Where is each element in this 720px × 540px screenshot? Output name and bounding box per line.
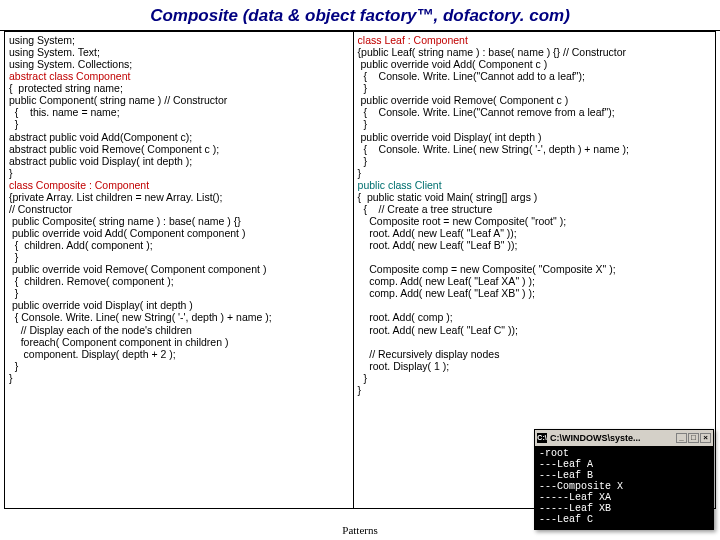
code-line: public class Client [358, 179, 711, 191]
code-line: } [9, 360, 349, 372]
console-line: ---Composite X [539, 481, 709, 492]
code-line [358, 251, 711, 263]
code-line: abstract public void Add(Component c); [9, 131, 349, 143]
maximize-button[interactable]: □ [688, 433, 699, 443]
code-line: { public static void Main( string[] args… [358, 191, 711, 203]
code-line: } [358, 155, 711, 167]
code-line: { Console. Write. Line( new String( '-',… [358, 143, 711, 155]
code-line: public Component( string name ) // Const… [9, 94, 349, 106]
code-line: Composite comp = new Composite( "Composi… [358, 263, 711, 275]
code-line: {public Leaf( string name ) : base( name… [358, 46, 711, 58]
code-line: public override void Add( Component c ) [358, 58, 711, 70]
console-titlebar[interactable]: C:\ C:\WINDOWS\syste... _ □ × [535, 430, 713, 446]
code-line: { children. Remove( component ); [9, 275, 349, 287]
code-line: {private Array. List children = new Arra… [9, 191, 349, 203]
code-line: // Display each of the node's children [9, 324, 349, 336]
cmd-icon: C:\ [537, 433, 547, 443]
console-line: -----Leaf XA [539, 492, 709, 503]
code-line [358, 299, 711, 311]
code-line: // Constructor [9, 203, 349, 215]
code-line: { protected string name; [9, 82, 349, 94]
code-line: using System; [9, 34, 349, 46]
code-line: } [9, 167, 349, 179]
code-line: Composite root = new Composite( "root" )… [358, 215, 711, 227]
code-line: } [9, 372, 349, 384]
code-line: using System. Collections; [9, 58, 349, 70]
code-line: root. Add( new Leaf( "Leaf C" )); [358, 324, 711, 336]
minimize-button[interactable]: _ [676, 433, 687, 443]
console-line: -root [539, 448, 709, 459]
code-line [358, 336, 711, 348]
code-line: public Composite( string name ) : base( … [9, 215, 349, 227]
code-line: { Console. Write. Line("Cannot add to a … [358, 70, 711, 82]
code-line: abstract class Component [9, 70, 349, 82]
code-line: abstract public void Display( int depth … [9, 155, 349, 167]
code-line: } [358, 167, 711, 179]
code-line: root. Display( 1 ); [358, 360, 711, 372]
console-title: C:\WINDOWS\syste... [550, 433, 641, 443]
code-line: foreach( Component component in children… [9, 336, 349, 348]
code-line: } [358, 82, 711, 94]
code-line: root. Add( new Leaf( "Leaf A" )); [358, 227, 711, 239]
code-line: { children. Add( component ); [9, 239, 349, 251]
code-line: root. Add( new Leaf( "Leaf B" )); [358, 239, 711, 251]
code-line: using System. Text; [9, 46, 349, 58]
code-line: } [358, 384, 711, 396]
code-line: } [9, 287, 349, 299]
code-line: class Composite : Component [9, 179, 349, 191]
code-line: public override void Remove( Component c… [358, 94, 711, 106]
code-line: public override void Display( int depth … [9, 299, 349, 311]
slide-title: Composite (data & object factory™, dofac… [0, 0, 720, 31]
code-line: comp. Add( new Leaf( "Leaf XA" ) ); [358, 275, 711, 287]
code-line: { this. name = name; [9, 106, 349, 118]
code-line: public override void Add( Component comp… [9, 227, 349, 239]
code-line: component. Display( depth + 2 ); [9, 348, 349, 360]
console-body: -root ---Leaf A ---Leaf B ---Composite X… [535, 446, 713, 529]
code-line: } [358, 372, 711, 384]
code-line: } [9, 251, 349, 263]
close-button[interactable]: × [700, 433, 711, 443]
code-line: comp. Add( new Leaf( "Leaf XB" ) ); [358, 287, 711, 299]
code-line: // Recursively display nodes [358, 348, 711, 360]
code-line: { Console. Write. Line( new String( '-',… [9, 311, 349, 323]
code-line: { // Create a tree structure [358, 203, 711, 215]
code-line: abstract public void Remove( Component c… [9, 143, 349, 155]
code-line: root. Add( comp ); [358, 311, 711, 323]
console-line: ---Leaf B [539, 470, 709, 481]
console-line: -----Leaf XB [539, 503, 709, 514]
code-line: public override void Remove( Component c… [9, 263, 349, 275]
console-window: C:\ C:\WINDOWS\syste... _ □ × -root ---L… [534, 429, 714, 530]
code-line: { Console. Write. Line("Cannot remove fr… [358, 106, 711, 118]
console-line: ---Leaf A [539, 459, 709, 470]
code-line: public override void Display( int depth … [358, 131, 711, 143]
code-line: } [9, 118, 349, 130]
code-line: class Leaf : Component [358, 34, 711, 46]
left-column: using System; using System. Text; using … [5, 32, 354, 508]
console-line: ---Leaf C [539, 514, 709, 525]
code-line: } [358, 118, 711, 130]
